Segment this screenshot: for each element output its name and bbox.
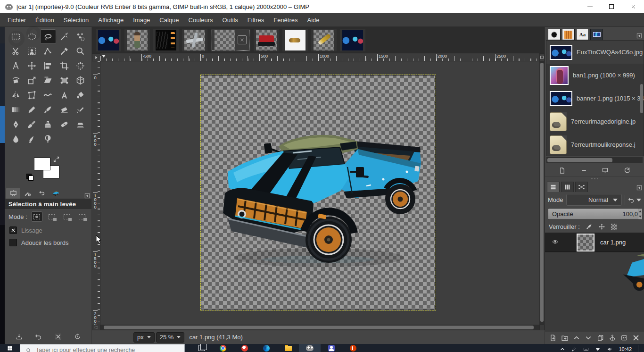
- duplicate-layer-icon[interactable]: [597, 334, 604, 342]
- list-item[interactable]: 7erreurimagedorigine.jp: [546, 110, 644, 133]
- image-tab-helicopter[interactable]: [182, 29, 207, 51]
- heal-tool-icon[interactable]: [56, 117, 72, 132]
- delete-layer-icon[interactable]: [632, 334, 640, 342]
- layer-visibility-eye-icon[interactable]: [551, 239, 560, 246]
- horizontal-scrollbar[interactable]: [100, 325, 539, 330]
- task-view-button[interactable]: [190, 344, 212, 352]
- raise-layer-icon[interactable]: [573, 334, 580, 342]
- color-picker-tool-icon[interactable]: [56, 44, 72, 59]
- tab-device-status[interactable]: [20, 188, 34, 199]
- layer-mode-dropdown[interactable]: Normal: [566, 194, 622, 206]
- dock-menu-icon[interactable]: [636, 33, 642, 40]
- flip-tool-icon[interactable]: [8, 88, 24, 102]
- menu-selection[interactable]: Sélection: [59, 14, 93, 26]
- perspective-clone-tool-icon[interactable]: [73, 117, 89, 132]
- selection-mode-intersect[interactable]: [76, 211, 88, 222]
- default-colors-icon[interactable]: [26, 174, 33, 181]
- warp-transform-tool-icon[interactable]: [40, 88, 56, 102]
- free-select-tool-icon[interactable]: [40, 29, 56, 44]
- clone-tool-icon[interactable]: [40, 117, 56, 132]
- start-button[interactable]: [0, 344, 20, 352]
- align-tool-icon[interactable]: [40, 59, 56, 73]
- touch-keyboard-icon[interactable]: [583, 346, 589, 352]
- handle-transform-tool-icon[interactable]: [56, 73, 72, 88]
- mypaint-brush-tool-icon[interactable]: [24, 117, 40, 132]
- ruler-origin-button[interactable]: [92, 53, 100, 61]
- ellipse-select-tool-icon[interactable]: [24, 29, 40, 44]
- move-tool-icon[interactable]: [24, 59, 40, 73]
- select-by-color-tool-icon[interactable]: [73, 29, 89, 44]
- list-item[interactable]: 7erreurtmoulikreponse.j: [546, 133, 644, 156]
- horizontal-scrollbar-thumb[interactable]: [104, 326, 534, 329]
- airbrush-tool-icon[interactable]: [73, 102, 89, 117]
- menu-calque[interactable]: Calque: [155, 14, 183, 26]
- browser-taskbar-button[interactable]: [234, 344, 256, 352]
- crop-tool-icon[interactable]: [56, 59, 72, 73]
- paintbrush-tool-icon[interactable]: [40, 102, 56, 117]
- layer-thumbnail[interactable]: [577, 234, 594, 251]
- dock-menu-icon[interactable]: [636, 185, 642, 192]
- tab-patterns[interactable]: [562, 29, 575, 40]
- close-tab-icon[interactable]: [238, 35, 247, 44]
- rectangle-select-tool-icon[interactable]: [8, 29, 24, 44]
- smudge-tool-icon[interactable]: [24, 132, 40, 146]
- canvas-image-blue-pickup-truck[interactable]: [200, 75, 436, 310]
- new-layer-group-icon[interactable]: [561, 334, 569, 342]
- horizontal-ruler[interactable]: -500 0 500 1000 1500 2000 2500: [100, 53, 539, 61]
- minimize-button[interactable]: [579, 0, 601, 13]
- tab-fonts[interactable]: Aa: [576, 29, 589, 40]
- cage-transform-tool-icon[interactable]: [24, 88, 40, 102]
- list-scrollbar-thumb[interactable]: [547, 158, 612, 162]
- tab-image-thumbnail[interactable]: [49, 188, 63, 199]
- image-tab-car1-active[interactable]: [211, 29, 250, 51]
- foreground-select-tool-icon[interactable]: [24, 44, 40, 59]
- opacity-slider[interactable]: Opacité 100,0: [548, 208, 642, 220]
- image-tab-golden-bullet[interactable]: [311, 29, 337, 51]
- menu-fichier[interactable]: Fichier: [3, 14, 31, 26]
- tab-brushes[interactable]: [548, 29, 561, 40]
- paths-tool-icon[interactable]: [40, 44, 56, 59]
- rotate-tool-icon[interactable]: [8, 73, 24, 88]
- antialiasing-checkbox[interactable]: [9, 226, 17, 234]
- quick-mask-toggle[interactable]: [92, 325, 100, 330]
- lock-position-icon[interactable]: [598, 223, 605, 230]
- scale-tool-icon[interactable]: [24, 73, 40, 88]
- eraser-tool-icon[interactable]: [56, 102, 72, 117]
- text-tool-icon[interactable]: [56, 88, 72, 102]
- menu-image[interactable]: Image: [128, 14, 155, 26]
- vertical-ruler[interactable]: 0 500 1000 1500 2000: [92, 61, 100, 325]
- list-horizontal-scrollbar[interactable]: [546, 157, 643, 163]
- layer-row-car1[interactable]: car 1.png: [545, 233, 644, 252]
- taskbar-search-box[interactable]: [20, 344, 185, 352]
- menu-aide[interactable]: Aide: [303, 14, 324, 26]
- selection-mode-add[interactable]: [46, 211, 58, 222]
- list-item[interactable]: banner 1.png (1015 × 34: [546, 87, 644, 110]
- tab-channels[interactable]: [561, 182, 574, 192]
- vertical-scrollbar[interactable]: [539, 61, 545, 325]
- tab-tool-options[interactable]: [6, 188, 20, 199]
- edge-taskbar-button[interactable]: [256, 344, 277, 352]
- file-explorer-button[interactable]: [277, 344, 299, 352]
- zoom-image-button[interactable]: [539, 53, 545, 61]
- zoom-dropdown[interactable]: 25 %: [156, 332, 185, 343]
- tab-images[interactable]: [590, 29, 603, 40]
- canvas-background[interactable]: [100, 61, 539, 325]
- menu-fenetres[interactable]: Fenêtres: [269, 14, 302, 26]
- new-layer-icon[interactable]: [549, 334, 557, 342]
- show-desktop-button[interactable]: [638, 345, 640, 352]
- shear-tool-icon[interactable]: [40, 73, 56, 88]
- menu-outils[interactable]: Outils: [218, 14, 243, 26]
- anchor-layer-icon[interactable]: [609, 334, 616, 342]
- tab-paths[interactable]: [575, 182, 588, 192]
- image-tab-bullet[interactable]: [282, 29, 308, 51]
- selection-mode-replace[interactable]: [31, 211, 42, 222]
- unit-dropdown[interactable]: px: [133, 332, 155, 343]
- menu-affichage[interactable]: Affichage: [93, 14, 128, 26]
- chrome-taskbar-button[interactable]: [212, 344, 234, 352]
- save-tool-preset-icon[interactable]: [13, 332, 26, 341]
- pencil-tool-icon[interactable]: [24, 102, 40, 117]
- vertical-scrollbar-thumb[interactable]: [540, 63, 544, 322]
- blur-sharpen-tool-icon[interactable]: [8, 132, 24, 146]
- clock[interactable]: 10:42: [619, 346, 632, 352]
- menu-couleurs[interactable]: Couleurs: [184, 14, 218, 26]
